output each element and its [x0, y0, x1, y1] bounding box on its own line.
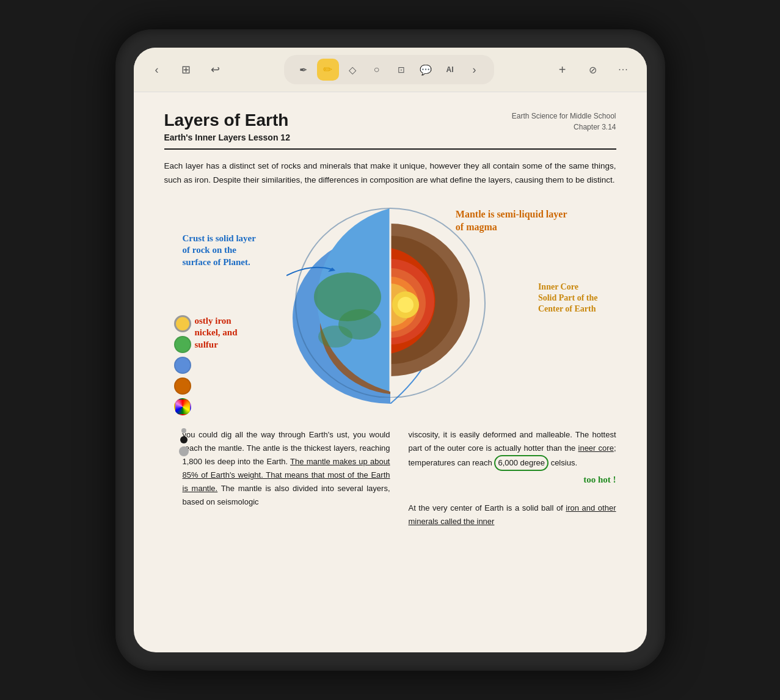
iron-annotation: ostly ironnickel, andsulfur: [195, 315, 238, 351]
shape-tool-button[interactable]: ○: [366, 59, 388, 81]
color-green[interactable]: [174, 336, 191, 353]
clear-button[interactable]: ⊘: [582, 59, 604, 81]
book-title: Earth Science for Middle School: [512, 111, 616, 122]
device-frame: ‹ ⊞ ↩ ✒ ✏ ◇ ○ ⊡ 💬 AI › + ⊘ ···: [115, 29, 665, 671]
crust-annotation: Crust is solid layerof rock on thesurfac…: [183, 233, 256, 269]
more-tools-button[interactable]: ›: [464, 59, 486, 81]
too-hot-annotation: too hot !: [583, 475, 616, 484]
pen-tool-button[interactable]: ✒: [293, 59, 315, 81]
color-blue[interactable]: [174, 357, 191, 374]
right-col-text-4: At the very center of Earth is a solid b…: [409, 503, 566, 512]
intro-paragraph: Each layer has a distinct set of rocks a…: [164, 159, 616, 188]
mantle-annotation: Mantle is semi-liquid layerof magma: [456, 208, 567, 234]
right-col-text-3: celsius.: [549, 458, 577, 467]
page-header: Layers of Earth Earth's Inner Layers Les…: [164, 111, 616, 142]
size-small[interactable]: [181, 428, 186, 433]
highlighter-tool-button[interactable]: ✏: [317, 59, 339, 81]
right-column: viscosity, it is easily deformed and mal…: [409, 428, 616, 528]
menu-button[interactable]: ···: [613, 59, 635, 81]
toolbar-right: + ⊘ ···: [552, 59, 635, 81]
toolbar-left: ‹ ⊞ ↩: [146, 59, 227, 81]
text-columns: you could dig all the way through Earth'…: [183, 428, 616, 528]
text-tool-button[interactable]: ⊡: [390, 59, 412, 81]
temperature-circled: 6,000 degree: [494, 455, 549, 471]
book-info: Earth Science for Middle School Chapter …: [512, 111, 616, 133]
size-medium[interactable]: [180, 436, 188, 443]
color-orange[interactable]: [174, 377, 191, 395]
section-divider: [164, 148, 616, 150]
ai-tool-button[interactable]: AI: [439, 59, 461, 81]
undo-button[interactable]: ↩: [205, 59, 227, 81]
comment-tool-button[interactable]: 💬: [415, 59, 437, 81]
inner-core-annotation: Inner CoreSolid Part of theCenter of Ear…: [538, 282, 598, 315]
back-button[interactable]: ‹: [146, 59, 168, 81]
crust-arrow: [286, 257, 335, 282]
page-title: Layers of Earth: [164, 111, 290, 130]
color-palette: [174, 315, 191, 415]
size-selector: [179, 428, 189, 456]
color-gradient[interactable]: [174, 398, 191, 415]
chapter-label: Chapter 3.14: [512, 122, 616, 133]
add-button[interactable]: +: [552, 59, 574, 81]
ineer-core-underlined: ineer core: [578, 443, 614, 453]
title-block: Layers of Earth Earth's Inner Layers Les…: [164, 111, 290, 142]
toolbar-center: ✒ ✏ ◇ ○ ⊡ 💬 AI ›: [284, 55, 494, 84]
svg-point-15: [318, 326, 352, 348]
color-yellow[interactable]: [174, 315, 191, 332]
device-screen: ‹ ⊞ ↩ ✒ ✏ ◇ ○ ⊡ 💬 AI › + ⊘ ···: [134, 48, 647, 652]
toolbar: ‹ ⊞ ↩ ✒ ✏ ◇ ○ ⊡ 💬 AI › + ⊘ ···: [134, 48, 647, 92]
left-column: you could dig all the way through Earth'…: [183, 428, 390, 528]
grid-button[interactable]: ⊞: [175, 59, 197, 81]
eraser-tool-button[interactable]: ◇: [341, 59, 363, 81]
page-subtitle: Earth's Inner Layers Lesson 12: [164, 133, 290, 142]
page-content: Layers of Earth Earth's Inner Layers Les…: [134, 92, 647, 652]
diagram-area: Crust is solid layerof rock on thesurfac…: [164, 196, 616, 422]
svg-point-17: [398, 297, 414, 313]
size-large[interactable]: [179, 447, 189, 456]
